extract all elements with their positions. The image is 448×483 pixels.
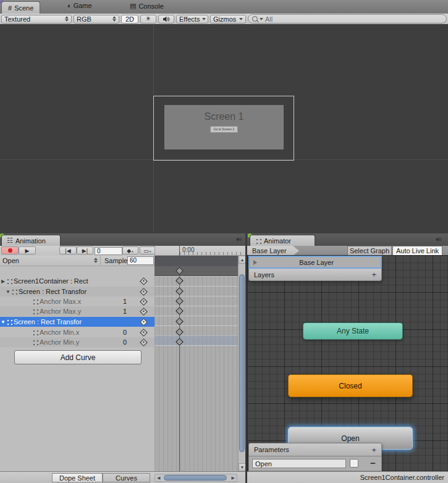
timeline-summary-strip <box>154 266 238 276</box>
event-add-icon: ▭₊ <box>143 248 151 254</box>
property-value: 1 <box>123 308 127 315</box>
property-value: 0 <box>123 329 127 336</box>
goto-first-frame-button[interactable]: |◀ <box>59 246 77 254</box>
remove-parameter-button[interactable]: − <box>370 458 376 468</box>
state-label: Closed <box>339 382 361 390</box>
foldout-arrow[interactable]: ▼ <box>5 289 11 295</box>
2d-toggle-button[interactable]: 2D <box>121 15 138 23</box>
rect-transform-icon <box>11 288 17 295</box>
state-machine-graph[interactable]: Any State Closed Open <box>247 255 448 471</box>
rect-transform-icon <box>32 308 38 314</box>
timeline-vertical-scrollbar[interactable]: ▲ ▼ <box>238 256 245 471</box>
sample-label: Sample <box>104 257 127 264</box>
state-node-any-state[interactable]: Any State <box>303 322 403 340</box>
panel-menu-icon[interactable]: ▾≡ <box>236 236 242 243</box>
add-layer-button[interactable]: + <box>371 270 376 279</box>
horizontal-scrollbar-thumb[interactable] <box>164 475 227 481</box>
search-icon <box>252 16 258 22</box>
property-row[interactable]: Anchor Max.y 1 <box>0 306 154 316</box>
keyframe-diamond-button[interactable] <box>140 288 148 296</box>
add-event-button[interactable]: ▭₊ <box>140 246 156 254</box>
tab-scene[interactable]: # Scene <box>1 1 40 14</box>
keyframe-diamond-button[interactable] <box>140 338 148 346</box>
frame-number-field[interactable]: 0 <box>95 247 122 255</box>
keyframe-diamond-button[interactable] <box>140 277 148 285</box>
property-row[interactable]: ▼ Screen : Rect Transfor <box>0 287 154 296</box>
speaker-icon <box>163 15 170 23</box>
goto-screen2-button[interactable]: Go to Screen 2 <box>210 126 239 133</box>
timeline-ruler[interactable]: 0:00 <box>154 246 245 256</box>
property-row[interactable]: Anchor Max.x 1 <box>0 296 154 306</box>
foldout-arrow[interactable]: ▼ <box>0 319 6 325</box>
animator-breadcrumb-bar: Base Layer Select Graph Auto Live Link <box>247 246 448 256</box>
screen1-panel[interactable]: Screen 1 Go to Screen 2 <box>164 105 284 149</box>
timeline-horizontal-scrollbar[interactable]: ◀ ▶ <box>154 474 237 482</box>
tab-game[interactable]: ◖ Game <box>67 2 92 9</box>
keyframe-diamond-button[interactable] <box>140 329 148 337</box>
keyframe-diamond-button[interactable] <box>140 308 148 316</box>
property-value: 1 <box>123 298 127 305</box>
property-row[interactable]: Anchor Min.x 0 <box>0 327 154 337</box>
animator-panel: Animator ▾≡ Base Layer Select Graph Auto… <box>247 233 448 483</box>
auto-live-link-button[interactable]: Auto Live Link <box>392 246 442 256</box>
layers-header[interactable]: Layers + <box>248 269 382 281</box>
tab-console[interactable]: ▤ Console <box>130 2 164 10</box>
sample-rate-field[interactable]: 60 <box>127 256 154 265</box>
state-label: Any State <box>337 327 369 335</box>
render-channels-dropdown[interactable]: RGB <box>74 15 119 23</box>
layers-header-label: Layers <box>254 271 274 279</box>
add-keyframe-button[interactable]: ◆₊ <box>122 246 138 254</box>
property-label: Anchor Min.y <box>40 338 79 346</box>
add-parameter-button[interactable]: + <box>371 445 376 455</box>
clip-row: Open Sample 60 <box>0 256 154 266</box>
timeline-dopesheet-area[interactable] <box>154 276 238 471</box>
parameter-name-field[interactable]: Open <box>252 459 346 468</box>
add-curve-button[interactable]: Add Curve <box>14 350 142 364</box>
scene-audio-button[interactable] <box>158 15 174 23</box>
scene-lighting-button[interactable]: ☀ <box>140 15 156 23</box>
select-graph-button[interactable]: Select Graph <box>347 246 392 256</box>
record-button[interactable] <box>1 246 19 254</box>
vertical-scrollbar-thumb[interactable] <box>239 274 245 452</box>
keyframe-diamond-button[interactable] <box>140 298 148 306</box>
scroll-left-icon[interactable]: ◀ <box>157 476 160 481</box>
caret-down-icon <box>239 18 243 22</box>
panel-menu-icon[interactable]: ▾≡ <box>436 236 441 243</box>
curves-button[interactable]: Curves <box>103 473 150 482</box>
property-row[interactable]: Anchor Min.y 0 <box>0 337 154 347</box>
animation-toolbar: ▶ |◀ ▶| 0 ◆₊ ▭₊ <box>0 246 154 256</box>
layer-expand-icon <box>253 260 260 265</box>
property-row-selected[interactable]: ▼ Screen : Rect Transfor <box>0 317 154 327</box>
scroll-right-icon[interactable]: ▶ <box>232 476 235 481</box>
breadcrumb-base-layer[interactable]: Base Layer <box>247 246 299 256</box>
dope-sheet-button[interactable]: Dope Sheet <box>52 473 103 482</box>
foldout-arrow[interactable]: ▶ <box>0 279 6 284</box>
play-button[interactable]: ▶ <box>19 246 36 254</box>
property-row-container[interactable]: ▶ Screen1Container : Rect <box>0 276 154 286</box>
select-graph-label: Select Graph <box>350 247 389 254</box>
tab-animator-label: Animator <box>264 237 291 245</box>
layer-item-base-layer[interactable]: Base Layer <box>248 256 382 269</box>
gizmos-dropdown[interactable]: Gizmos <box>210 15 246 23</box>
goto-last-frame-button[interactable]: ▶| <box>77 246 93 254</box>
clip-dropdown[interactable]: Open <box>0 256 101 265</box>
parameter-bool-checkbox[interactable] <box>350 459 358 468</box>
parameters-header[interactable]: Parameters + <box>248 443 382 456</box>
state-node-closed[interactable]: Closed <box>288 374 413 397</box>
tab-scene-label: Scene <box>14 4 33 12</box>
tab-animation[interactable]: ☷ Animation <box>1 235 61 246</box>
rect-transform-icon <box>32 329 38 335</box>
tab-animator[interactable]: Animator <box>250 235 315 246</box>
rect-transform-icon <box>32 339 38 345</box>
property-label: Screen : Rect Transfor <box>14 318 82 326</box>
shading-mode-dropdown[interactable]: Textured <box>1 15 72 23</box>
scene-search-input[interactable]: All <box>248 14 447 23</box>
effects-label: Effects <box>179 15 200 23</box>
effects-dropdown[interactable]: Effects <box>176 15 208 23</box>
keyframe-diamond-button[interactable] <box>140 318 148 326</box>
property-label: Screen1Container : Rect <box>14 277 88 285</box>
property-label: Anchor Max.y <box>40 308 81 315</box>
controller-path-label: Screen1Container.controller <box>360 474 444 481</box>
scene-view[interactable]: Screen 1 Go to Screen 2 <box>0 25 448 233</box>
rect-transform-icon <box>32 298 38 304</box>
